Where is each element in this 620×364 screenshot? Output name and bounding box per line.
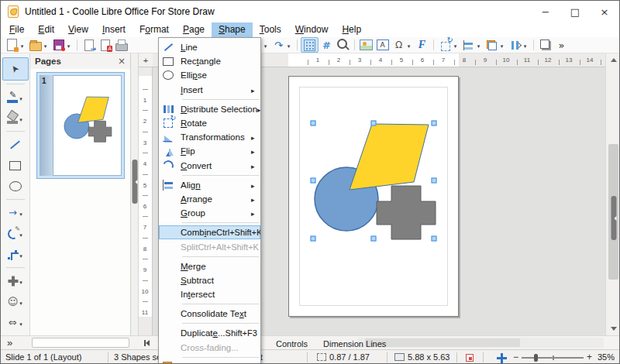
dropdown-caret-icon[interactable] [285,39,292,50]
minimize-button[interactable]: − [531,1,560,22]
menu-shape[interactable]: Shape [212,22,253,37]
page-thumbnail[interactable]: 1 [36,72,125,179]
panel-splitter[interactable] [131,53,139,335]
menu-item-rectangle[interactable]: Rectangle [159,54,260,68]
menu-item-ellipse[interactable]: Ellipse [159,68,260,82]
vertical-scrollbar[interactable] [605,53,620,335]
print-button[interactable] [113,37,129,53]
insert-image-button[interactable] [358,37,374,53]
rectangle-tool[interactable] [2,156,29,175]
menu-item-intersect[interactable]: Intersect [159,287,260,301]
basic-shapes-tool[interactable] [2,271,29,290]
cross-shape[interactable] [377,186,436,239]
special-character-button[interactable] [391,37,414,53]
menu-item-insert[interactable]: Insert [159,83,260,97]
curve-tool[interactable] [2,224,29,243]
canvas-horizontal-scrollbar[interactable] [357,338,604,348]
menu-item-duplicate[interactable]: Duplicate...Shift+F3 [159,326,260,340]
menu-item-combine[interactable]: CombineCtrl+Shift+K [159,225,260,239]
zoom-slider[interactable] [522,357,584,359]
selection-handle-bottom-right[interactable] [432,236,437,242]
dropdown-caret-icon[interactable] [19,39,26,50]
ellipse-tool[interactable] [2,177,29,196]
symbol-shapes-tool[interactable] [2,292,29,311]
export-button[interactable] [81,37,97,53]
menu-edit[interactable]: Edit [31,22,61,37]
menu-item-clipped[interactable] [159,360,260,364]
menu-insert[interactable]: Insert [95,22,133,37]
open-folder-button[interactable] [27,37,50,53]
selection-handle-bottom-left[interactable] [311,236,316,242]
line-tool[interactable] [2,135,29,154]
distribute-button[interactable] [507,37,530,53]
fill-color-tool[interactable] [2,108,29,128]
menu-item-transformations[interactable]: Transformations [159,130,260,144]
first-layer-tab-button[interactable] [141,338,153,348]
save-button[interactable] [50,37,74,53]
menu-window[interactable]: Window [288,22,336,37]
menu-tools[interactable]: Tools [253,22,288,37]
line-color-tool[interactable] [2,88,29,107]
zoom-level[interactable]: 35% [598,352,615,362]
menu-page[interactable]: Page [176,22,212,37]
selection-handle-bottom-center[interactable] [371,236,377,242]
selection-handle-middle-left[interactable] [311,178,316,184]
menu-item-group[interactable]: Group [159,206,260,220]
export-pdf-button[interactable] [97,37,113,53]
pages-panel-scrollbar[interactable] [32,338,129,348]
dropdown-caret-icon[interactable] [65,39,72,50]
zoom-slider-thumb[interactable] [534,354,538,362]
selection-handle-top-center[interactable] [371,121,377,126]
arrange-button[interactable] [484,37,507,53]
zoom-button[interactable] [335,37,351,53]
fit-page-button[interactable] [497,353,507,364]
dropdown-caret-icon[interactable] [405,39,412,50]
drawing-page[interactable] [288,76,459,317]
menu-item-arrange[interactable]: Arrange [159,192,260,206]
dropdown-caret-icon[interactable] [42,39,49,50]
dropdown-caret-icon[interactable] [262,39,269,50]
scroll-up-button[interactable] [606,53,620,67]
drawing-toolbar-overflow-button[interactable]: » [7,337,12,349]
menu-item-line[interactable]: Line [159,40,260,54]
menu-item-subtract[interactable]: Subtract [159,273,260,287]
menu-item-align[interactable]: Align [159,178,260,192]
layer-tab-dimension-lines[interactable]: Dimension Lines [317,338,392,349]
redo-button[interactable] [270,37,294,53]
selection-handle-top-right[interactable] [432,121,437,126]
sidebar-collapse-handle[interactable] [611,196,616,240]
menu-item-flip[interactable]: Flip [159,144,260,158]
fontwork-button[interactable] [414,37,430,53]
menu-help[interactable]: Help [335,22,368,37]
zoom-in-button[interactable]: + [587,352,592,362]
select-tool[interactable] [2,57,29,81]
insert-textbox-button[interactable] [374,37,391,53]
menu-item-merge[interactable]: Merge [159,259,260,273]
menu-format[interactable]: Format [133,22,176,37]
dropdown-caret-icon[interactable] [522,39,529,50]
parallelogram-shape[interactable] [350,124,429,190]
new-document-button[interactable] [4,37,27,53]
snap-guides-button[interactable] [319,37,335,53]
selection-handle-top-left[interactable] [311,121,316,126]
maximize-button[interactable]: □ [560,1,590,22]
shadow-button[interactable] [537,37,553,53]
menu-file[interactable]: File [2,22,31,37]
layer-tab-controls[interactable]: Controls [270,338,314,349]
menu-item-consolidate-text[interactable]: Consolidate Text [159,307,260,321]
more-button[interactable] [553,37,570,53]
display-grid-button[interactable] [301,37,319,53]
menu-view[interactable]: View [61,22,95,37]
splitter-handle[interactable] [132,160,137,204]
dropdown-caret-icon[interactable] [475,39,482,50]
menu-item-rotate[interactable]: Rotate [159,116,260,130]
lines-arrows-tool[interactable] [2,203,29,222]
selection-handle-middle-right[interactable] [432,178,437,184]
scroll-down-button[interactable] [606,322,620,335]
menu-item-convert[interactable]: Convert [159,159,260,173]
block-arrows-tool[interactable] [2,313,29,332]
zoom-out-button[interactable]: − [513,352,518,362]
connector-tool[interactable] [2,245,29,264]
dropdown-caret-icon[interactable] [498,39,505,50]
close-button[interactable]: × [590,1,619,22]
